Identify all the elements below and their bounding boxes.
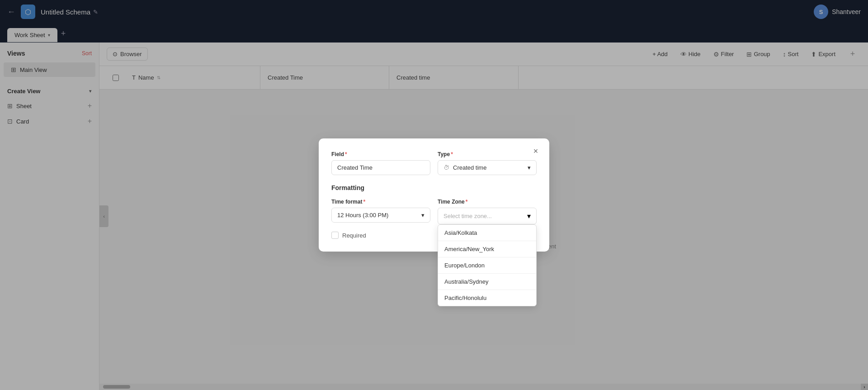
tz-option-australia-sydney[interactable]: Australia/Sydney (438, 274, 536, 290)
tz-option-pacific-honolulu[interactable]: Pacific/Honolulu (438, 290, 536, 306)
timezone-chevron-icon: ▾ (527, 212, 531, 220)
type-chevron-icon: ▾ (528, 164, 531, 171)
time-format-chevron-icon: ▾ (421, 212, 425, 219)
clock-icon: ⏱ (443, 164, 449, 171)
time-zone-label: Time Zone* (438, 199, 537, 205)
modal-overlay[interactable]: × Field* Type* ⏱ Created time ▾ (0, 0, 868, 390)
type-value: Created time (453, 164, 486, 171)
timezone-dropdown: Asia/Kolkata America/New_York Europe/Lon… (438, 224, 537, 306)
timezone-placeholder: Select time zone... (443, 213, 492, 219)
time-zone-field: Time Zone* Select time zone... ▾ Asia/Ko… (438, 199, 537, 224)
field-section: Field* (331, 151, 430, 175)
field-modal: × Field* Type* ⏱ Created time ▾ (319, 138, 549, 252)
formatting-title: Formatting (331, 184, 537, 191)
field-input[interactable] (331, 160, 430, 175)
tz-option-asia-kolkata[interactable]: Asia/Kolkata (438, 225, 536, 241)
timezone-container: Select time zone... ▾ Asia/Kolkata Ameri… (438, 208, 537, 224)
time-format-select[interactable]: 12 Hours (3:00 PM) ▾ (331, 208, 430, 223)
tz-option-america-newyork[interactable]: America/New_York (438, 241, 536, 257)
type-select[interactable]: ⏱ Created time ▾ (438, 160, 537, 175)
time-format-label: Time format* (331, 199, 430, 205)
time-format-field: Time format* 12 Hours (3:00 PM) ▾ (331, 199, 430, 224)
tz-option-europe-london[interactable]: Europe/London (438, 257, 536, 274)
required-checkbox[interactable] (331, 232, 339, 239)
field-type-row: Field* Type* ⏱ Created time ▾ (331, 151, 537, 175)
modal-close-button[interactable]: × (529, 145, 542, 157)
format-row: Time format* 12 Hours (3:00 PM) ▾ Time Z… (331, 199, 537, 224)
type-section: Type* ⏱ Created time ▾ (438, 151, 537, 175)
type-label: Type* (438, 151, 537, 157)
type-select-left: ⏱ Created time (443, 164, 486, 171)
formatting-section: Formatting Time format* 12 Hours (3:00 P… (331, 184, 537, 239)
time-format-value: 12 Hours (3:00 PM) (337, 212, 388, 219)
timezone-select[interactable]: Select time zone... ▾ (438, 208, 537, 224)
required-label: Required (342, 232, 366, 239)
field-label: Field* (331, 151, 430, 157)
